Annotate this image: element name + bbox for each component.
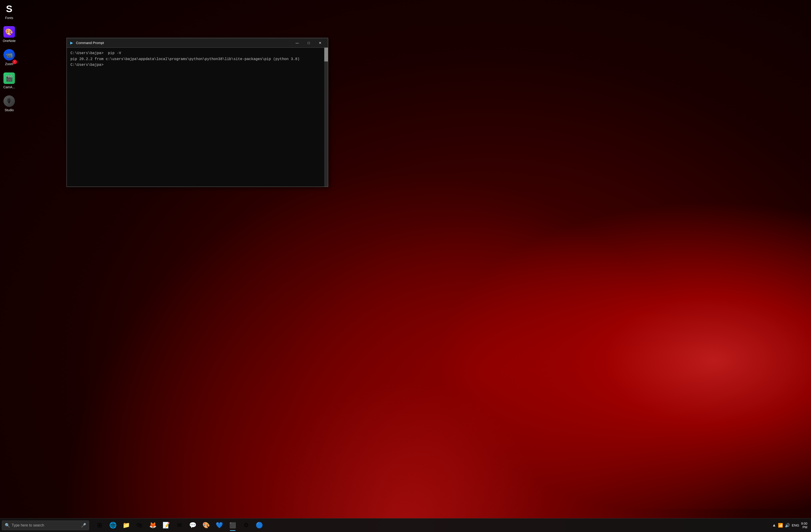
cmd-scrollbar-thumb[interactable] — [324, 48, 328, 61]
onenote-icon: 🎨 — [3, 26, 15, 37]
onenote-label: OneNote — [3, 39, 16, 43]
taskbar-task-view[interactable]: ⊞ — [94, 519, 106, 531]
language-indicator[interactable]: ENG — [792, 523, 799, 527]
studio-icon: 🎙 — [3, 95, 15, 107]
taskbar: 🔍 Type here to search 🎤 ⊞ 🌐 📁 🛍 🦊 📝 ✉ 💬 — [0, 518, 811, 532]
desktop-icon-studio[interactable]: 🎙 Studio — [2, 94, 16, 113]
taskbar-firefox[interactable]: 🦊 — [147, 519, 159, 531]
fonts-icon: S — [3, 3, 15, 15]
cmd-line-4: C:\Users\bajpa> — [71, 62, 324, 68]
desktop-sidebar: S Fonts 🎨 OneNote 📹 ! Zoom 🎬 CamA... 🎙 — [0, 0, 18, 532]
taskbar-vscode[interactable]: 💙 — [213, 519, 225, 531]
taskbar-settings[interactable]: ⚙ — [240, 519, 252, 531]
mic-icon[interactable]: 🎤 — [81, 523, 86, 528]
cmd-content[interactable]: C:\Users\bajpa> pip -V pip 20.2.2 from c… — [67, 48, 328, 187]
taskbar-edge[interactable]: 🌐 — [107, 519, 119, 531]
search-icon: 🔍 — [5, 523, 10, 528]
taskbar-paint[interactable]: 🎨 — [200, 519, 212, 531]
zoom-icon: 📹 — [3, 49, 15, 61]
splash-accent — [324, 137, 811, 509]
wifi-icon[interactable]: 📶 — [778, 523, 783, 528]
taskbar-search[interactable]: 🔍 Type here to search 🎤 — [2, 520, 89, 530]
taskbar-store[interactable]: 🛍 — [134, 519, 146, 531]
cmd-line-2: pip 20.2.2 from c:\users\bajpa\appdata\l… — [71, 57, 324, 62]
fonts-label: Fonts — [5, 16, 13, 20]
taskbar-chrome[interactable]: 🔵 — [253, 519, 265, 531]
zoom-badge: ! — [12, 60, 17, 64]
volume-icon[interactable]: 🔊 — [785, 523, 790, 528]
zoom-label: Zoom — [5, 62, 13, 66]
search-placeholder: Type here to search — [12, 523, 44, 528]
titlebar-buttons: — □ ✕ — [292, 39, 326, 47]
taskbar-explorer[interactable]: 📁 — [120, 519, 132, 531]
taskbar-clock[interactable]: 9:00 PM — [801, 522, 807, 529]
minimize-button[interactable]: — — [292, 39, 303, 47]
close-button[interactable]: ✕ — [315, 39, 326, 47]
network-icon[interactable]: ▲ — [772, 523, 776, 528]
taskbar-apps: ⊞ 🌐 📁 🛍 🦊 📝 ✉ 💬 🎨 💙 ⬛ — [94, 519, 265, 531]
taskbar-slack[interactable]: 💬 — [187, 519, 199, 531]
taskbar-notepad[interactable]: 📝 — [160, 519, 172, 531]
desktop-icon-onenote[interactable]: 🎨 OneNote — [2, 25, 16, 44]
camasia-icon: 🎬 — [3, 73, 15, 84]
desktop-icon-fonts[interactable]: S Fonts — [2, 2, 16, 21]
maximize-button[interactable]: □ — [303, 39, 314, 47]
clock-ampm: PM — [801, 525, 807, 529]
cmd-titlebar: ▶ Command Prompt — □ ✕ — [67, 38, 328, 48]
taskbar-cmd[interactable]: ⬛ — [227, 519, 239, 531]
cmd-icon: ▶ — [69, 40, 74, 45]
cmd-line-1: C:\Users\bajpa> pip -V — [71, 50, 324, 57]
fonts-letter: S — [6, 3, 12, 14]
clock-time: 9:00 — [801, 522, 807, 525]
camasia-label: CamA... — [3, 85, 15, 89]
desktop-icon-zoom[interactable]: 📹 ! Zoom — [2, 48, 16, 67]
studio-label: Studio — [4, 108, 14, 112]
taskbar-system-tray: ▲ 📶 🔊 ENG 9:00 PM — [772, 522, 811, 529]
cmd-window: ▶ Command Prompt — □ ✕ C:\Users\bajpa> p… — [66, 38, 328, 187]
cmd-title: Command Prompt — [76, 41, 290, 45]
desktop-icon-camasia[interactable]: 🎬 CamA... — [2, 72, 16, 90]
cmd-scrollbar[interactable] — [324, 48, 328, 187]
taskbar-mail[interactable]: ✉ — [173, 519, 185, 531]
